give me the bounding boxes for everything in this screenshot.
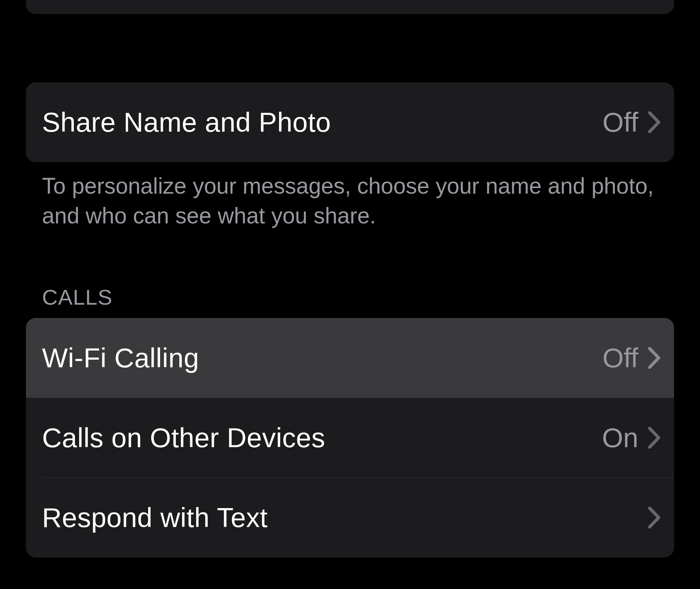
calls-other-devices-row[interactable]: Calls on Other Devices On bbox=[26, 398, 674, 478]
calls-other-devices-value: On bbox=[602, 422, 638, 454]
calls-section-header: CALLS bbox=[26, 285, 674, 318]
respond-with-text-label: Respond with Text bbox=[42, 502, 638, 534]
share-name-photo-value: Off bbox=[602, 106, 638, 138]
calls-group: Wi-Fi Calling Off Calls on Other Devices… bbox=[26, 318, 674, 557]
calls-other-devices-label: Calls on Other Devices bbox=[42, 422, 602, 454]
share-name-photo-group: Share Name and Photo Off bbox=[26, 82, 674, 162]
wifi-calling-label: Wi-Fi Calling bbox=[42, 342, 602, 374]
share-name-photo-label: Share Name and Photo bbox=[42, 106, 602, 138]
previous-group-bottom bbox=[26, 0, 674, 14]
chevron-right-icon bbox=[648, 507, 661, 528]
share-section-footer: To personalize your messages, choose you… bbox=[26, 162, 674, 231]
respond-with-text-row[interactable]: Respond with Text bbox=[26, 478, 674, 557]
wifi-calling-row[interactable]: Wi-Fi Calling Off bbox=[26, 318, 674, 398]
chevron-right-icon bbox=[648, 111, 661, 133]
chevron-right-icon bbox=[648, 347, 661, 369]
wifi-calling-value: Off bbox=[602, 342, 638, 374]
share-name-photo-row[interactable]: Share Name and Photo Off bbox=[26, 82, 674, 162]
chevron-right-icon bbox=[648, 427, 661, 449]
